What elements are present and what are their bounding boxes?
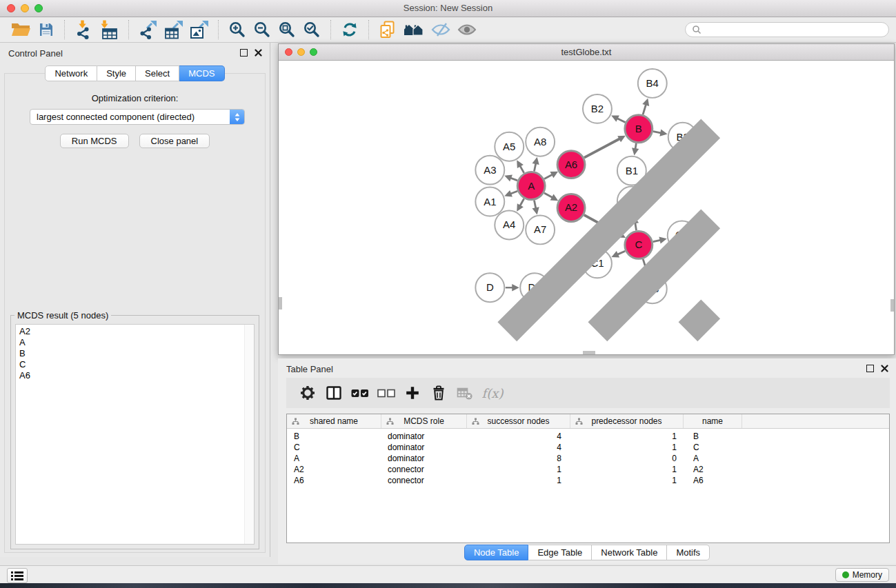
memory-button[interactable]: Memory xyxy=(835,568,889,582)
table-cell[interactable]: A6 xyxy=(287,475,381,486)
node-table: shared nameMCDS rolesuccessor nodesprede… xyxy=(286,414,890,543)
table-cell[interactable]: connector xyxy=(381,475,467,486)
table-row[interactable]: A6connector11A6 xyxy=(287,475,889,486)
table-cell[interactable]: B xyxy=(684,431,742,442)
export-image-button[interactable] xyxy=(190,19,208,41)
table-cell[interactable]: B xyxy=(287,431,381,442)
table-cell[interactable]: 0 xyxy=(570,453,684,464)
column-header-predecessor-nodes[interactable]: predecessor nodes xyxy=(570,414,684,428)
delete-table-button[interactable] xyxy=(452,381,478,405)
table-row[interactable]: A2connector11A2 xyxy=(287,464,889,475)
table-cell[interactable]: A2 xyxy=(287,464,381,475)
table-row[interactable]: Cdominator41C xyxy=(287,442,889,453)
network-window-titlebar[interactable]: testGlobe.txt xyxy=(279,44,894,61)
mcds-result-item[interactable]: A2 xyxy=(16,326,254,337)
table-cell[interactable]: 1 xyxy=(570,475,684,486)
column-header-successor-nodes[interactable]: successor nodes xyxy=(467,414,570,428)
import-table-button[interactable] xyxy=(100,19,119,41)
criterion-dropdown[interactable]: largest connected component (directed) xyxy=(30,109,245,125)
close-panel-icon[interactable] xyxy=(255,49,262,57)
table-cell[interactable]: 1 xyxy=(467,475,570,486)
task-history-button[interactable] xyxy=(7,568,28,583)
network-minimize-button[interactable] xyxy=(297,48,305,56)
table-cell[interactable]: dominator xyxy=(381,442,467,453)
tab-select[interactable]: Select xyxy=(136,65,179,81)
table-cell[interactable]: 1 xyxy=(570,431,684,442)
delete-columns-button[interactable] xyxy=(426,381,452,405)
refresh-button[interactable] xyxy=(341,19,359,41)
table-cell[interactable]: 1 xyxy=(570,464,684,475)
mcds-result-item[interactable]: A xyxy=(16,337,254,348)
import-network-button[interactable] xyxy=(74,19,93,41)
export-network-button[interactable] xyxy=(139,19,157,41)
network-close-button[interactable] xyxy=(285,48,292,56)
minimize-window-button[interactable] xyxy=(21,4,29,12)
column-header-mcds-role[interactable]: MCDS role xyxy=(381,414,467,428)
table-cell[interactable]: A xyxy=(287,453,381,464)
float-table-panel-icon[interactable] xyxy=(866,365,874,372)
tab-edge-table[interactable]: Edge Table xyxy=(528,545,592,560)
search-input[interactable] xyxy=(706,24,882,35)
eye-icon xyxy=(457,21,477,38)
close-table-panel-icon[interactable] xyxy=(881,365,888,372)
search-box[interactable] xyxy=(685,22,889,37)
table-cell[interactable]: A2 xyxy=(684,464,742,475)
table-cell[interactable]: connector xyxy=(381,464,467,475)
run-mcds-button[interactable]: Run MCDS xyxy=(60,134,129,148)
zoom-in-button[interactable] xyxy=(228,19,246,41)
table-cell-filler xyxy=(742,442,889,453)
tab-network-table[interactable]: Network Table xyxy=(592,545,667,560)
network-maximize-button[interactable] xyxy=(310,48,317,56)
tab-network[interactable]: Network xyxy=(45,65,97,81)
float-panel-icon[interactable] xyxy=(240,49,248,57)
table-cell[interactable]: dominator xyxy=(381,453,467,464)
table-row[interactable]: Bdominator41B xyxy=(287,431,889,442)
table-cell[interactable]: 1 xyxy=(570,442,684,453)
table-cell[interactable]: 4 xyxy=(467,431,570,442)
list-scrollbar[interactable] xyxy=(244,325,254,544)
network-canvas[interactable]: B4B2BB3A8A5A6A3B1AC2A1A2A4A7C4CC1DD1C3 xyxy=(279,61,894,354)
close-panel-button[interactable]: Close panel xyxy=(139,134,210,148)
table-cell[interactable]: 8 xyxy=(467,453,570,464)
column-header-shared-name[interactable]: shared name xyxy=(287,414,381,428)
tab-style[interactable]: Style xyxy=(97,65,136,81)
open-file-button[interactable] xyxy=(10,19,31,41)
table-cell[interactable]: A xyxy=(684,453,742,464)
zoom-out-button[interactable] xyxy=(253,19,271,41)
tab-mcds[interactable]: MCDS xyxy=(179,65,224,81)
tab-node-table[interactable]: Node Table xyxy=(464,545,529,560)
function-builder-button[interactable]: f(x) xyxy=(478,381,504,405)
mcds-result-item[interactable]: A6 xyxy=(16,370,254,381)
shared-column-icon xyxy=(472,418,479,425)
show-all-button[interactable] xyxy=(457,19,477,41)
export-table-button[interactable] xyxy=(164,19,183,41)
zoom-selected-button[interactable] xyxy=(303,19,321,41)
zoom-fit-button[interactable] xyxy=(278,19,296,41)
table-cell[interactable]: C xyxy=(684,442,742,453)
save-session-button[interactable] xyxy=(38,19,54,41)
table-row[interactable]: Adominator80A xyxy=(287,453,889,464)
fullscreen-window-button[interactable] xyxy=(34,4,43,12)
tab-motifs[interactable]: Motifs xyxy=(667,545,710,560)
unselect-all-columns-button[interactable] xyxy=(373,381,399,405)
table-cell[interactable]: dominator xyxy=(381,431,467,442)
mcds-result-item[interactable]: B xyxy=(16,348,254,359)
table-cell[interactable]: 1 xyxy=(467,464,570,475)
toolbar-separator xyxy=(368,20,369,39)
show-columns-button[interactable] xyxy=(321,381,347,405)
table-settings-button[interactable] xyxy=(295,381,321,405)
table-cell[interactable]: C xyxy=(287,442,381,453)
select-all-columns-button[interactable] xyxy=(347,381,373,405)
resize-grip-icon[interactable] xyxy=(279,61,894,354)
first-neighbors-button[interactable] xyxy=(404,19,424,41)
mcds-result-item[interactable]: C xyxy=(16,359,254,370)
create-column-button[interactable] xyxy=(399,381,426,405)
hide-selected-button[interactable] xyxy=(431,19,450,41)
close-window-button[interactable] xyxy=(7,4,15,12)
control-panel: Control Panel NetworkStyleSelectMCDS Opt… xyxy=(0,43,270,557)
save-icon xyxy=(38,21,54,38)
column-header-name[interactable]: name xyxy=(684,414,742,428)
table-cell[interactable]: 4 xyxy=(467,442,570,453)
table-cell[interactable]: A6 xyxy=(684,475,742,486)
new-network-from-selection-button[interactable] xyxy=(379,19,397,41)
